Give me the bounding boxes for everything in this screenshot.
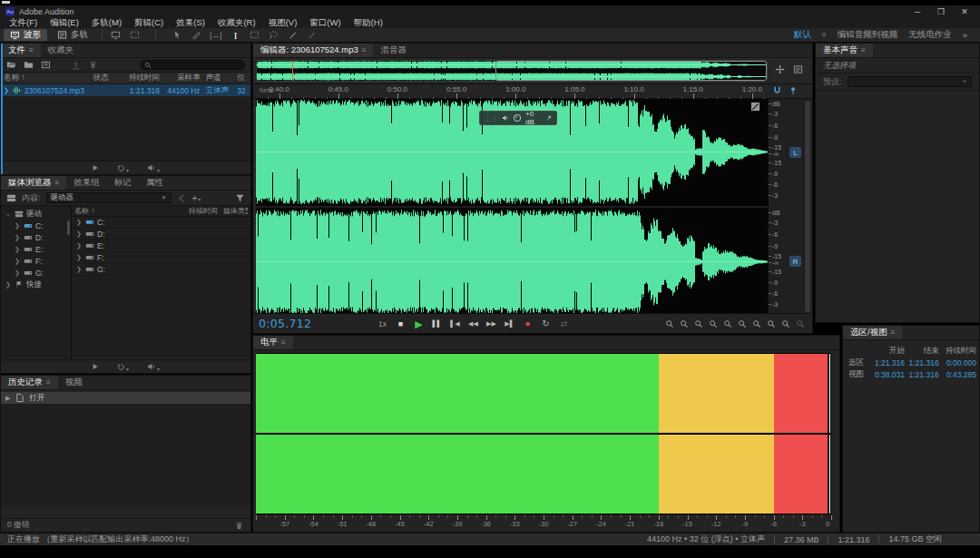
tree-item-D[interactable]: ❯D: [1, 231, 71, 243]
row-arrow-icon[interactable]: ❯ [75, 266, 83, 273]
tab-video[interactable]: 视频 [58, 376, 90, 389]
media-row-F[interactable]: ❯F: [72, 252, 250, 264]
content-dropdown[interactable]: 驱动器 ▼ [46, 192, 172, 203]
fast-forward-button[interactable]: ▶▶ [485, 314, 497, 334]
tab-selection-view[interactable]: 选区/视图 ≡ [843, 326, 902, 339]
menu-item-4[interactable]: 剪辑(C) [128, 17, 170, 28]
playhead-marker[interactable] [292, 61, 293, 81]
tree-arrow-icon[interactable]: ❯ [14, 222, 21, 230]
expand-arrow-icon[interactable]: ❯ [4, 87, 9, 94]
level-meter[interactable] [256, 353, 831, 514]
workspace-item[interactable]: 编辑音频到视频 [838, 29, 898, 41]
workspace-overflow-button[interactable]: » [963, 30, 967, 40]
tree-arrow-icon[interactable]: ❯ [14, 269, 21, 277]
panel-menu-icon[interactable]: ≡ [362, 46, 367, 54]
menu-item-3[interactable]: 多轨(M) [85, 17, 128, 28]
tree-item-快捷[interactable]: ❯快捷 [1, 279, 71, 290]
row-arrow-icon[interactable]: ❯ [75, 230, 83, 238]
tree-item-F[interactable]: ❯F: [1, 255, 71, 267]
skip-back-button[interactable]: ▌◀ [449, 314, 461, 334]
back-icon[interactable] [177, 193, 187, 203]
media-column-header-1[interactable]: 名称 ↑ [72, 206, 179, 216]
preview-volume-button[interactable]: ▾ [147, 358, 160, 374]
column-header-2[interactable]: 状态 [91, 73, 119, 83]
overview-menu-icon[interactable] [793, 64, 803, 74]
row-arrow-icon[interactable]: ❯ [75, 242, 83, 250]
tab-files[interactable]: 文件 ≡ [1, 44, 41, 57]
hud-pin-icon[interactable] [544, 113, 554, 122]
tab-levels[interactable]: 电平 ≡ [253, 336, 293, 349]
media-column-header-3[interactable]: 媒体类型 [220, 206, 248, 216]
files-column-headers[interactable]: 名称 ↑状态持续时间采样率声道位 [1, 73, 250, 84]
zoom-selection-in-icon[interactable] [738, 319, 747, 328]
move-tool-icon[interactable] [172, 29, 182, 41]
skip-forward-button[interactable]: ▶▌ [504, 314, 515, 334]
tab-favorites[interactable]: 收藏夹 [41, 44, 82, 57]
tree-item-G[interactable]: ❯G: [1, 267, 71, 279]
waveform-view-button[interactable]: 波形 [4, 29, 47, 41]
trash-icon[interactable] [234, 521, 244, 531]
rewind-button[interactable]: ◀◀ [467, 314, 479, 334]
tab-media-browser[interactable]: 媒体浏览器 ≡ [1, 176, 66, 190]
snap-magnet-icon[interactable] [772, 85, 782, 95]
waveform-overview[interactable] [256, 60, 768, 82]
files-search-box[interactable] [140, 60, 245, 70]
waveform-display[interactable] [256, 99, 768, 315]
hud-grip-icon[interactable]: ⋮⋮ [484, 114, 498, 122]
preview-loop-button[interactable]: ▾ [117, 358, 129, 374]
media-row-E[interactable]: ❯E: [72, 240, 250, 252]
filter-icon[interactable] [235, 193, 245, 203]
preset-dropdown[interactable]: ▼ [848, 76, 972, 87]
open-file-icon[interactable] [6, 60, 16, 70]
gain-knob-icon[interactable] [513, 113, 522, 122]
zoom-selection-icon[interactable] [723, 319, 732, 328]
zoom-reset-icon[interactable] [767, 319, 776, 328]
menu-item-2[interactable]: 编辑(E) [44, 17, 85, 28]
menu-item-5[interactable]: 效果(S) [170, 17, 211, 28]
workspace-menu-icon[interactable]: ≡ [822, 31, 827, 39]
zoom-full-icon[interactable] [781, 319, 790, 328]
razor-tool-icon[interactable] [191, 29, 201, 41]
menu-item-7[interactable]: 视图(V) [262, 17, 304, 28]
tree-item-C[interactable]: ❯C: [1, 220, 71, 231]
tab-properties[interactable]: 属性 [139, 176, 171, 190]
tab-effects-rack[interactable]: 效果组 [66, 176, 107, 190]
slip-tool-icon[interactable]: |↔| [210, 29, 222, 41]
preview-loop-button[interactable]: ▾ [117, 160, 129, 175]
insert-multitrack-icon[interactable] [71, 60, 81, 70]
panel-menu-icon[interactable]: ≡ [29, 46, 34, 54]
channel-badge-r[interactable]: R [789, 256, 801, 267]
zoom-in-time-icon[interactable] [694, 319, 703, 328]
tab-markers[interactable]: 标记 [107, 176, 139, 190]
tab-editor[interactable]: 编辑器: 2306107524.mp3 ≡ [253, 44, 373, 57]
preview-play-icon[interactable] [92, 164, 99, 171]
record-button[interactable]: ● [522, 314, 534, 334]
panel-corner-icon[interactable] [750, 102, 760, 112]
column-header-3[interactable]: 持续时间 [119, 73, 162, 83]
playback-rate[interactable]: 1x [378, 319, 387, 328]
zoom-out-amplitude-icon[interactable] [680, 319, 689, 328]
panel-menu-icon[interactable]: ≡ [891, 328, 896, 337]
tree-item-驱动[interactable]: ⌄驱动 [1, 208, 71, 220]
zoom-last-icon[interactable] [796, 319, 805, 328]
spot-healing-tool-icon[interactable] [307, 29, 318, 41]
column-header-6[interactable]: 位 [234, 73, 250, 83]
panel-menu-icon[interactable]: ≡ [55, 179, 60, 187]
marquee-selection-tool-icon[interactable] [250, 29, 260, 41]
tree-scrollbar[interactable] [67, 220, 70, 235]
channel-badge-l[interactable]: L [789, 147, 801, 158]
pan-tool-icon[interactable] [775, 64, 785, 74]
lasso-selection-tool-icon[interactable] [269, 29, 279, 41]
menu-item-9[interactable]: 帮助(H) [348, 17, 389, 28]
preview-volume-button[interactable]: ▾ [147, 160, 160, 175]
skip-selection-button[interactable]: ⇄ [558, 314, 570, 334]
tab-essential-sound[interactable]: 基本声音 ≡ [816, 44, 873, 57]
media-row-C[interactable]: ❯C: [72, 217, 250, 229]
tree-arrow-icon[interactable]: ❯ [5, 281, 12, 289]
close-button[interactable]: ✕ [953, 5, 976, 17]
tree-item-E[interactable]: ❯E: [1, 243, 71, 255]
menu-item-1[interactable]: 文件(F) [3, 17, 44, 28]
paintbrush-tool-icon[interactable] [288, 29, 299, 41]
tree-arrow-icon[interactable]: ❯ [14, 246, 21, 253]
row-arrow-icon[interactable]: ❯ [75, 254, 83, 261]
